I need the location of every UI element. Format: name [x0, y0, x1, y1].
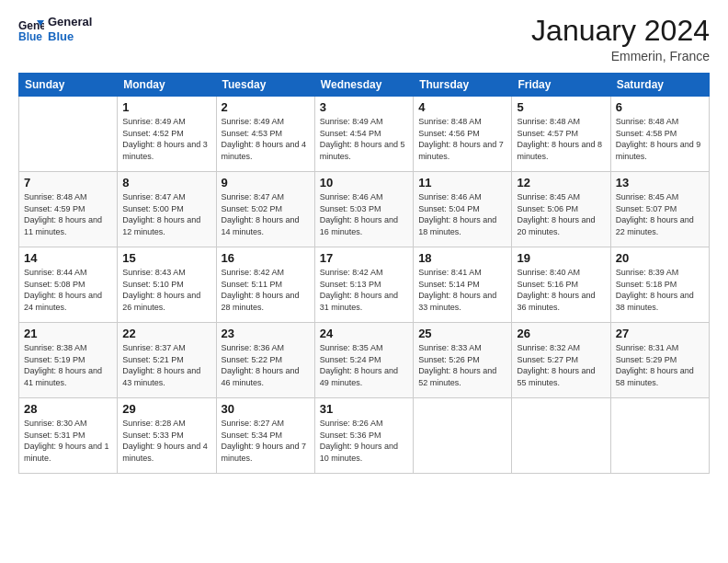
day-number: 22 [122, 327, 210, 340]
calendar-cell: 2Sunrise: 8:49 AMSunset: 4:53 PMDaylight… [216, 97, 314, 172]
header: General Blue General Blue January 2024 E… [18, 15, 710, 63]
calendar-cell: 9Sunrise: 8:47 AMSunset: 5:02 PMDaylight… [216, 172, 314, 247]
calendar-cell: 21Sunrise: 8:38 AMSunset: 5:19 PMDayligh… [19, 323, 118, 398]
calendar-cell: 19Sunrise: 8:40 AMSunset: 5:16 PMDayligh… [512, 247, 610, 323]
day-number: 24 [320, 327, 408, 340]
svg-text:Blue: Blue [18, 30, 42, 42]
calendar-cell: 24Sunrise: 8:35 AMSunset: 5:24 PMDayligh… [314, 323, 413, 398]
calendar-cell [610, 398, 709, 474]
day-number: 18 [418, 251, 506, 265]
day-number: 6 [616, 100, 704, 114]
day-number: 21 [24, 327, 112, 340]
day-info: Sunrise: 8:38 AMSunset: 5:19 PMDaylight:… [24, 342, 112, 388]
logo-line2: Blue [48, 29, 92, 44]
day-number: 4 [418, 100, 506, 114]
calendar-cell: 28Sunrise: 8:30 AMSunset: 5:31 PMDayligh… [19, 398, 118, 474]
day-number: 2 [222, 100, 310, 114]
day-info: Sunrise: 8:26 AMSunset: 5:36 PMDaylight:… [320, 418, 408, 464]
day-info: Sunrise: 8:46 AMSunset: 5:04 PMDaylight:… [418, 191, 506, 237]
day-info: Sunrise: 8:47 AMSunset: 5:02 PMDaylight:… [222, 191, 310, 237]
calendar-cell: 13Sunrise: 8:45 AMSunset: 5:07 PMDayligh… [610, 172, 709, 247]
day-number: 8 [122, 176, 210, 190]
day-info: Sunrise: 8:44 AMSunset: 5:08 PMDaylight:… [24, 267, 112, 313]
day-header-wednesday: Wednesday [314, 74, 413, 97]
day-number: 26 [517, 327, 605, 340]
day-info: Sunrise: 8:40 AMSunset: 5:16 PMDaylight:… [517, 267, 605, 313]
calendar-cell: 31Sunrise: 8:26 AMSunset: 5:36 PMDayligh… [314, 398, 413, 474]
day-info: Sunrise: 8:42 AMSunset: 5:11 PMDaylight:… [222, 267, 310, 313]
day-info: Sunrise: 8:33 AMSunset: 5:26 PMDaylight:… [418, 342, 506, 388]
calendar-cell: 4Sunrise: 8:48 AMSunset: 4:56 PMDaylight… [414, 97, 512, 172]
calendar-cell: 30Sunrise: 8:27 AMSunset: 5:34 PMDayligh… [216, 398, 314, 474]
calendar-cell: 27Sunrise: 8:31 AMSunset: 5:29 PMDayligh… [610, 323, 709, 398]
calendar-cell: 10Sunrise: 8:46 AMSunset: 5:03 PMDayligh… [314, 172, 413, 247]
calendar-cell: 8Sunrise: 8:47 AMSunset: 5:00 PMDaylight… [118, 172, 216, 247]
day-info: Sunrise: 8:47 AMSunset: 5:00 PMDaylight:… [122, 191, 210, 237]
day-number: 3 [320, 100, 408, 114]
day-number: 30 [222, 402, 310, 416]
day-number: 23 [222, 327, 310, 340]
day-number: 5 [517, 100, 605, 114]
day-info: Sunrise: 8:28 AMSunset: 5:33 PMDaylight:… [122, 418, 210, 464]
calendar-cell: 5Sunrise: 8:48 AMSunset: 4:57 PMDaylight… [512, 97, 610, 172]
calendar-cell: 11Sunrise: 8:46 AMSunset: 5:04 PMDayligh… [414, 172, 512, 247]
day-header-friday: Friday [512, 74, 610, 97]
day-info: Sunrise: 8:48 AMSunset: 4:57 PMDaylight:… [517, 116, 605, 162]
day-info: Sunrise: 8:48 AMSunset: 4:58 PMDaylight:… [616, 116, 704, 162]
calendar-cell: 18Sunrise: 8:41 AMSunset: 5:14 PMDayligh… [414, 247, 512, 323]
location: Emmerin, France [531, 49, 710, 63]
week-row-2: 14Sunrise: 8:44 AMSunset: 5:08 PMDayligh… [19, 247, 710, 323]
week-row-4: 28Sunrise: 8:30 AMSunset: 5:31 PMDayligh… [19, 398, 710, 474]
day-header-tuesday: Tuesday [216, 74, 314, 97]
calendar-cell: 16Sunrise: 8:42 AMSunset: 5:11 PMDayligh… [216, 247, 314, 323]
week-row-0: 1Sunrise: 8:49 AMSunset: 4:52 PMDaylight… [19, 97, 710, 172]
day-number: 19 [517, 251, 605, 265]
day-info: Sunrise: 8:31 AMSunset: 5:29 PMDaylight:… [616, 342, 704, 388]
day-number: 9 [222, 176, 310, 190]
day-number: 31 [320, 402, 408, 416]
calendar-cell: 25Sunrise: 8:33 AMSunset: 5:26 PMDayligh… [414, 323, 512, 398]
calendar-cell: 3Sunrise: 8:49 AMSunset: 4:54 PMDaylight… [314, 97, 413, 172]
calendar-cell: 22Sunrise: 8:37 AMSunset: 5:21 PMDayligh… [118, 323, 216, 398]
logo: General Blue General Blue [18, 15, 92, 43]
week-row-3: 21Sunrise: 8:38 AMSunset: 5:19 PMDayligh… [19, 323, 710, 398]
day-info: Sunrise: 8:30 AMSunset: 5:31 PMDaylight:… [24, 418, 112, 464]
day-number: 13 [616, 176, 704, 190]
day-info: Sunrise: 8:39 AMSunset: 5:18 PMDaylight:… [616, 267, 704, 313]
day-info: Sunrise: 8:45 AMSunset: 5:06 PMDaylight:… [517, 191, 605, 237]
calendar-cell: 7Sunrise: 8:48 AMSunset: 4:59 PMDaylight… [19, 172, 118, 247]
day-number: 29 [122, 402, 210, 416]
calendar-cell: 12Sunrise: 8:45 AMSunset: 5:06 PMDayligh… [512, 172, 610, 247]
day-number: 17 [320, 251, 408, 265]
calendar-cell [19, 97, 118, 172]
day-number: 10 [320, 176, 408, 190]
calendar-cell: 26Sunrise: 8:32 AMSunset: 5:27 PMDayligh… [512, 323, 610, 398]
logo-icon: General Blue [18, 17, 44, 42]
day-number: 7 [24, 176, 112, 190]
calendar-cell: 20Sunrise: 8:39 AMSunset: 5:18 PMDayligh… [610, 247, 709, 323]
day-info: Sunrise: 8:49 AMSunset: 4:54 PMDaylight:… [320, 116, 408, 162]
calendar-cell: 1Sunrise: 8:49 AMSunset: 4:52 PMDaylight… [118, 97, 216, 172]
day-number: 16 [222, 251, 310, 265]
header-row: SundayMondayTuesdayWednesdayThursdayFrid… [19, 74, 710, 97]
day-number: 28 [24, 402, 112, 416]
logo-line1: General [48, 15, 92, 29]
day-info: Sunrise: 8:42 AMSunset: 5:13 PMDaylight:… [320, 267, 408, 313]
calendar-cell: 17Sunrise: 8:42 AMSunset: 5:13 PMDayligh… [314, 247, 413, 323]
day-info: Sunrise: 8:36 AMSunset: 5:22 PMDaylight:… [222, 342, 310, 388]
calendar-page: General Blue General Blue January 2024 E… [0, 0, 728, 563]
day-info: Sunrise: 8:35 AMSunset: 5:24 PMDaylight:… [320, 342, 408, 388]
day-number: 11 [418, 176, 506, 190]
day-info: Sunrise: 8:48 AMSunset: 4:59 PMDaylight:… [24, 191, 112, 237]
day-info: Sunrise: 8:48 AMSunset: 4:56 PMDaylight:… [418, 116, 506, 162]
day-info: Sunrise: 8:27 AMSunset: 5:34 PMDaylight:… [222, 418, 310, 464]
day-header-sunday: Sunday [19, 74, 118, 97]
week-row-1: 7Sunrise: 8:48 AMSunset: 4:59 PMDaylight… [19, 172, 710, 247]
day-number: 27 [616, 327, 704, 340]
calendar-cell: 14Sunrise: 8:44 AMSunset: 5:08 PMDayligh… [19, 247, 118, 323]
day-info: Sunrise: 8:41 AMSunset: 5:14 PMDaylight:… [418, 267, 506, 313]
day-number: 14 [24, 251, 112, 265]
day-number: 15 [122, 251, 210, 265]
calendar-cell [414, 398, 512, 474]
calendar-cell: 6Sunrise: 8:48 AMSunset: 4:58 PMDaylight… [610, 97, 709, 172]
